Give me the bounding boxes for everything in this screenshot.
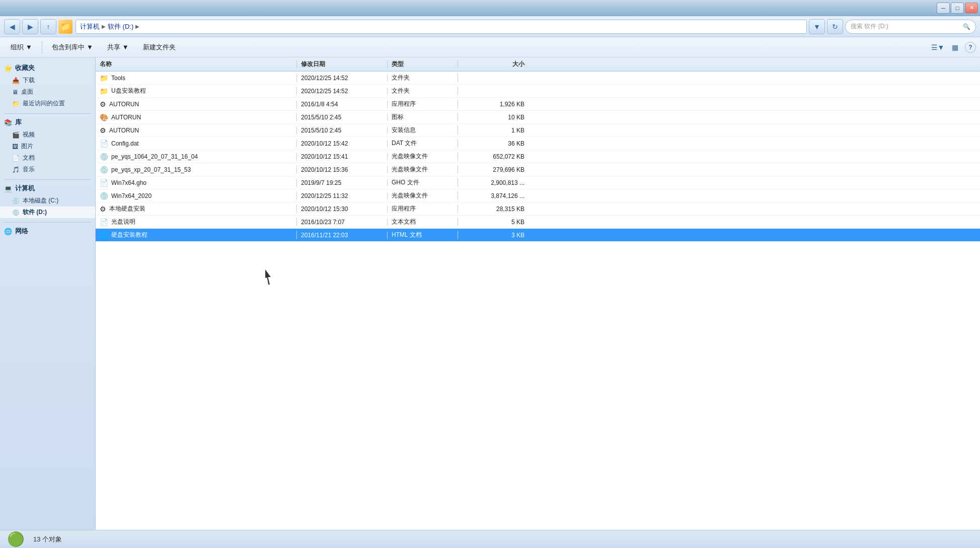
file-type-cell: 安装信息 [388,126,458,134]
file-size-cell: 3,874,126 ... [458,192,529,199]
software-d-icon: 💿 [12,209,20,216]
network-label: 网络 [15,227,28,236]
network-icon: 🌐 [4,228,12,235]
file-row[interactable]: 📄 Config.dat 2020/10/12 15:42 DAT 文件 36 … [96,137,980,150]
file-row[interactable]: ⚙ 本地硬盘安装 2020/10/12 15:30 应用程序 28,315 KB [96,202,980,216]
desktop-icon: 🖥 [12,89,18,96]
sidebar-item-video[interactable]: 🎬 视频 [0,129,95,141]
preview-button[interactable]: ▦ [948,40,962,54]
file-row[interactable]: 💿 Win7x64_2020 2020/12/25 11:32 光盘映像文件 3… [96,189,980,202]
file-name-cell: 💿 pe_yqs_xp_20_07_31_15_53 [96,166,297,174]
sidebar-item-image[interactable]: 🖼 图片 [0,141,95,152]
column-header-size[interactable]: 大小 [458,60,529,68]
sidebar-item-recent[interactable]: 📁 最近访问的位置 [0,98,95,109]
search-placeholder: 搜索 软件 (D:) [851,22,888,31]
recent-label: 最近访问的位置 [23,99,65,108]
file-size-cell: 3 KB [458,232,529,239]
sidebar-computer-header[interactable]: 💻 计算机 [0,182,95,195]
sidebar-item-software-d[interactable]: 💿 软件 (D:) [0,207,95,218]
back-button[interactable]: ◀ [4,19,20,34]
file-name: U盘安装教程 [111,87,146,95]
sidebar-item-doc[interactable]: 📄 文档 [0,152,95,164]
up-button[interactable]: ↑ [40,19,56,34]
download-icon: 📥 [12,77,20,84]
file-type-cell: 应用程序 [388,100,458,108]
breadcrumb-computer[interactable]: 计算机 [80,22,100,31]
file-rows: 📁 Tools 2020/12/25 14:52 文件夹 📁 U盘安装教程 20… [96,72,980,242]
share-dropdown-icon: ▼ [122,43,129,51]
download-label: 下载 [23,76,35,85]
sidebar-network-header[interactable]: 🌐 网络 [0,225,95,238]
forward-button[interactable]: ▶ [22,19,38,34]
file-name-cell: 📁 Tools [96,74,297,82]
sidebar-section-favorites: ⭐ 收藏夹 📥 下载 🖥 桌面 📁 最近访问的位置 [0,61,95,109]
organize-button[interactable]: 组织 ▼ [4,40,39,55]
file-row[interactable]: 📄 Win7x64.gho 2019/9/7 19:25 GHO 文件 2,90… [96,176,980,189]
view-options-button[interactable]: ☰▼ [931,40,945,54]
file-date-cell: 2016/11/21 22:03 [297,232,388,239]
empty-area[interactable]: ▲ [96,242,980,393]
file-row[interactable]: 📁 U盘安装教程 2020/12/25 14:52 文件夹 [96,85,980,98]
file-date-cell: 2015/5/10 2:45 [297,127,388,134]
music-label: 音乐 [23,165,35,174]
image-icon: 🖼 [12,143,18,150]
sidebar-item-download[interactable]: 📥 下载 [0,75,95,86]
file-name: Tools [111,75,125,82]
file-icon: 🎨 [100,113,108,121]
file-icon: 💿 [100,166,108,174]
file-icon: 📄 [100,218,108,226]
minimize-button[interactable]: ─ [937,3,950,14]
sidebar-favorites-header[interactable]: ⭐ 收藏夹 [0,61,95,75]
sidebar-section-network: 🌐 网络 [0,225,95,238]
sidebar-item-desktop[interactable]: 🖥 桌面 [0,86,95,98]
file-row[interactable]: 📁 Tools 2020/12/25 14:52 文件夹 [96,72,980,85]
file-name-cell: ⚙ AUTORUN [96,100,297,108]
file-date-cell: 2016/1/8 4:54 [297,101,388,108]
file-type-cell: 文本文档 [388,218,458,226]
organize-label: 组织 [11,43,24,52]
file-row[interactable]: ⚙ AUTORUN 2015/5/10 2:45 安装信息 1 KB [96,124,980,137]
file-row[interactable]: 📄 光盘说明 2016/10/23 7:07 文本文档 5 KB [96,216,980,229]
file-name-cell: 💿 pe_yqs_1064_20_07_31_16_04 [96,153,297,161]
sidebar-item-music[interactable]: 🎵 音乐 [0,164,95,175]
file-row[interactable]: ⚙ AUTORUN 2016/1/8 4:54 应用程序 1,926 KB [96,98,980,111]
sidebar-library-header[interactable]: 📚 库 [0,116,95,129]
search-bar[interactable]: 搜索 软件 (D:) 🔍 [845,20,976,34]
column-header-type[interactable]: 类型 [388,60,458,68]
share-button[interactable]: 共享 ▼ [101,40,135,55]
refresh-button[interactable]: ↻ [827,19,843,34]
file-name-cell: ⚙ AUTORUN [96,126,297,134]
file-row[interactable]: 💿 pe_yqs_1064_20_07_31_16_04 2020/10/12 … [96,150,980,163]
maximize-button[interactable]: □ [951,3,964,14]
file-type-cell: 光盘映像文件 [388,152,458,161]
video-icon: 🎬 [12,131,20,139]
file-size-cell: 1 KB [458,127,529,134]
file-icon: ⚙ [100,205,106,213]
close-button[interactable]: ✕ [965,3,978,14]
column-header-date[interactable]: 修改日期 [297,60,388,68]
file-size-cell: 5 KB [458,219,529,226]
breadcrumb-software-d[interactable]: 软件 (D:) [108,22,133,31]
file-list-container: 名称 修改日期 类型 大小 📁 Tools 2020/12/25 14:52 文… [96,57,980,530]
file-row[interactable]: 🎨 AUTORUN 2015/5/10 2:45 图标 10 KB [96,111,980,124]
new-folder-button[interactable]: 新建文件夹 [136,40,182,55]
help-button[interactable]: ? [965,42,976,53]
sidebar-item-local-c[interactable]: 💿 本地磁盘 (C:) [0,195,95,207]
image-label: 图片 [21,142,33,151]
column-header-name[interactable]: 名称 [96,60,297,68]
file-row[interactable]: 💿 pe_yqs_xp_20_07_31_15_53 2020/10/12 15… [96,163,980,176]
file-icon: 📁 [100,87,108,95]
file-name-cell: 🎨 AUTORUN [96,113,297,121]
breadcrumb-dropdown-button[interactable]: ▼ [809,19,825,34]
sidebar-divider-3 [4,222,91,223]
file-date-cell: 2019/9/7 19:25 [297,179,388,186]
file-name-cell: ⚙ 本地硬盘安装 [96,204,297,213]
file-name-cell: 🌐 硬盘安装教程 [96,231,297,239]
file-size-cell: 652,072 KB [458,153,529,160]
sidebar-divider-2 [4,179,91,180]
include-in-lib-button[interactable]: 包含到库中 ▼ [45,40,100,55]
file-icon: 📄 [100,140,108,148]
file-row[interactable]: 🌐 硬盘安装教程 2016/11/21 22:03 HTML 文档 3 KB [96,229,980,242]
file-icon: 📄 [100,179,108,187]
address-bar: ◀ ▶ ↑ 📁 计算机 ▶ 软件 (D:) ▶ ▼ ↻ 搜索 软件 (D:) 🔍 [0,16,980,37]
